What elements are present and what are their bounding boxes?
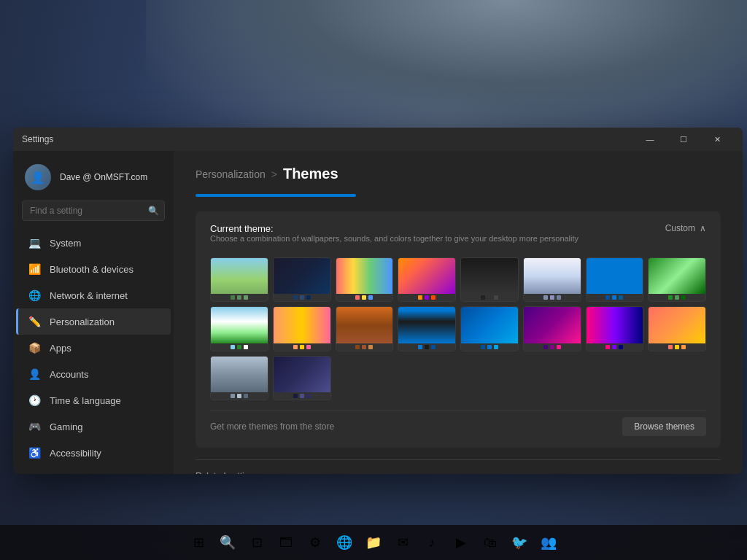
user-section: 👤 Dave @ OnMSFT.com bbox=[13, 157, 174, 201]
color-swatch bbox=[244, 394, 248, 398]
theme-thumbnail[interactable] bbox=[273, 306, 331, 351]
theme-preview-image bbox=[398, 307, 455, 343]
maximize-button[interactable]: ☐ bbox=[667, 128, 700, 151]
theme-thumbnail[interactable] bbox=[586, 257, 644, 302]
browse-themes-button[interactable]: Browse themes bbox=[622, 417, 706, 436]
theme-thumbnail[interactable] bbox=[398, 306, 456, 351]
taskbar-start-icon[interactable]: ⊞ bbox=[185, 529, 212, 556]
window-controls: — ☐ ✕ bbox=[633, 128, 734, 151]
gaming-icon: 🎮 bbox=[28, 420, 41, 433]
taskbar-teams-icon[interactable]: 👥 bbox=[535, 529, 562, 556]
theme-color-bar bbox=[398, 294, 455, 301]
theme-card-header: Current theme: Choose a combination of w… bbox=[210, 223, 706, 254]
theme-preview-image bbox=[211, 258, 268, 294]
sidebar-item-time[interactable]: 🕐 Time & language bbox=[16, 387, 171, 413]
theme-thumbnail[interactable] bbox=[648, 306, 706, 351]
sidebar-item-accessibility[interactable]: ♿ Accessibility bbox=[16, 440, 171, 466]
sidebar-item-privacy[interactable]: 🔒 Privacy & security bbox=[16, 466, 171, 474]
theme-thumbnail[interactable] bbox=[586, 306, 644, 351]
theme-thumbnail[interactable] bbox=[210, 306, 268, 351]
color-swatch bbox=[675, 295, 679, 300]
theme-thumbnail[interactable] bbox=[210, 356, 268, 400]
title-bar: Settings — ☐ ✕ bbox=[13, 128, 743, 151]
sidebar-item-bluetooth[interactable]: 📶 Bluetooth & devices bbox=[16, 256, 171, 282]
color-swatch bbox=[481, 345, 485, 349]
sidebar-item-network[interactable]: 🌐 Network & internet bbox=[16, 282, 171, 308]
theme-thumbnail[interactable] bbox=[273, 257, 331, 302]
color-swatch bbox=[431, 295, 436, 300]
taskbar-widgets-icon[interactable]: 🗔 bbox=[273, 529, 299, 556]
taskbar-mail-icon[interactable]: ✉ bbox=[390, 529, 416, 556]
theme-color-bar bbox=[336, 294, 393, 301]
related-settings-title: Related settings bbox=[196, 471, 258, 474]
breadcrumb-parent[interactable]: Personalization bbox=[196, 168, 266, 180]
theme-thumbnail[interactable] bbox=[648, 257, 706, 302]
close-button[interactable]: ✕ bbox=[700, 128, 734, 151]
color-swatch bbox=[231, 295, 235, 300]
taskbar-twitter-icon[interactable]: 🐦 bbox=[506, 529, 533, 556]
theme-card-info: Current theme: Choose a combination of w… bbox=[210, 223, 578, 254]
personalization-icon: ✏️ bbox=[28, 315, 41, 328]
theme-thumbnail[interactable] bbox=[210, 257, 268, 302]
theme-preview-image bbox=[461, 307, 518, 343]
color-swatch bbox=[368, 345, 373, 349]
color-swatch bbox=[368, 295, 373, 300]
taskbar-play-icon[interactable]: ▶ bbox=[448, 529, 474, 556]
theme-color-bar bbox=[524, 294, 581, 301]
accessibility-icon: ♿ bbox=[28, 446, 41, 459]
color-swatch bbox=[237, 345, 241, 349]
theme-color-bar bbox=[211, 392, 268, 400]
taskbar-settings2-icon[interactable]: ⚙ bbox=[302, 529, 328, 556]
sidebar-item-label-network: Network & internet bbox=[50, 290, 128, 301]
color-swatch bbox=[362, 295, 366, 300]
theme-thumbnail[interactable] bbox=[336, 257, 394, 302]
color-swatch bbox=[557, 345, 561, 349]
theme-preview-image bbox=[336, 307, 393, 343]
color-swatch bbox=[675, 345, 679, 349]
color-swatch bbox=[550, 345, 554, 349]
taskbar-search-icon[interactable]: 🔍 bbox=[214, 529, 241, 556]
color-swatch bbox=[355, 295, 360, 300]
color-swatch bbox=[293, 345, 298, 349]
window-title: Settings bbox=[22, 134, 633, 144]
theme-thumbnail[interactable] bbox=[398, 257, 456, 302]
current-theme-title: Current theme: bbox=[210, 223, 578, 234]
taskbar-spotify-icon[interactable]: ♪ bbox=[419, 529, 445, 556]
search-icon: 🔍 bbox=[148, 206, 159, 216]
color-swatch bbox=[605, 345, 610, 349]
theme-thumbnail[interactable] bbox=[336, 306, 394, 351]
theme-color-bar bbox=[461, 343, 518, 351]
taskbar-folder-icon[interactable]: 📁 bbox=[360, 529, 387, 556]
sidebar-item-gaming[interactable]: 🎮 Gaming bbox=[16, 413, 171, 440]
system-icon: 💻 bbox=[28, 236, 41, 249]
color-swatch bbox=[418, 295, 422, 300]
sidebar-item-system[interactable]: 💻 System bbox=[16, 230, 171, 256]
color-swatch bbox=[431, 345, 436, 349]
sidebar-item-accounts[interactable]: 👤 Accounts bbox=[16, 361, 171, 387]
search-input[interactable] bbox=[22, 201, 165, 221]
theme-preview-image bbox=[524, 258, 581, 294]
theme-preview-image bbox=[336, 258, 393, 294]
user-name: Dave @ OnMSFT.com bbox=[60, 172, 147, 182]
taskbar-taskview-icon[interactable]: ⊡ bbox=[244, 529, 270, 556]
color-swatch bbox=[543, 295, 548, 300]
sidebar-item-apps[interactable]: 📦 Apps bbox=[16, 335, 171, 361]
minimize-button[interactable]: — bbox=[633, 128, 667, 151]
theme-preview-image bbox=[649, 258, 705, 294]
accounts-icon: 👤 bbox=[28, 368, 41, 381]
theme-color-bar bbox=[649, 294, 705, 301]
theme-thumbnail[interactable] bbox=[273, 356, 331, 400]
color-swatch bbox=[481, 295, 485, 300]
theme-preview-image bbox=[587, 258, 643, 294]
taskbar-edge-icon[interactable]: 🌐 bbox=[331, 529, 357, 556]
color-swatch bbox=[612, 345, 616, 349]
color-swatch bbox=[494, 295, 498, 300]
theme-thumbnail[interactable] bbox=[523, 306, 581, 351]
taskbar-store-icon[interactable]: 🛍 bbox=[477, 529, 503, 556]
theme-thumbnail[interactable] bbox=[460, 257, 519, 302]
theme-thumbnail[interactable] bbox=[523, 257, 581, 302]
theme-thumbnail[interactable] bbox=[460, 306, 519, 351]
sidebar-item-personalization[interactable]: ✏️ Personalization bbox=[16, 308, 171, 335]
theme-status[interactable]: Custom ∧ bbox=[665, 223, 706, 233]
color-swatch bbox=[487, 295, 492, 300]
